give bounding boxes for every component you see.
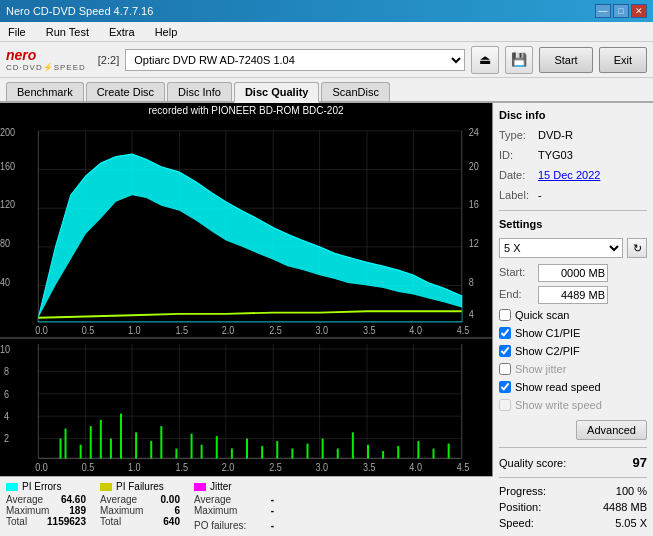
advanced-button[interactable]: Advanced	[576, 420, 647, 440]
drive-select[interactable]: Optiarc DVD RW AD-7240S 1.04	[125, 49, 465, 71]
quick-scan-checkbox[interactable]	[499, 309, 511, 321]
toolbar: nero CD·DVD⚡SPEED [2:2] Optiarc DVD RW A…	[0, 42, 653, 78]
jitter-max-label: Maximum	[194, 505, 237, 516]
show-jitter-label: Show jitter	[515, 363, 566, 375]
tab-create-disc[interactable]: Create Disc	[86, 82, 165, 101]
quality-score-val: 97	[633, 455, 647, 470]
menu-run-test[interactable]: Run Test	[42, 26, 93, 38]
legend-jitter: Jitter Average - Maximum - PO failures: …	[194, 481, 274, 531]
eject-button[interactable]: ⏏	[471, 46, 499, 74]
disc-info-title: Disc info	[499, 109, 647, 121]
title-bar: Nero CD-DVD Speed 4.7.7.16 — □ ✕	[0, 0, 653, 22]
jitter-avg-label: Average	[194, 494, 231, 505]
progress-label: Progress:	[499, 485, 546, 497]
speed-stat-label: Speed:	[499, 517, 534, 529]
jitter-max-val: -	[271, 505, 274, 516]
svg-text:0.5: 0.5	[82, 461, 95, 473]
pi-errors-max-val: 189	[69, 505, 86, 516]
settings-title: Settings	[499, 218, 647, 230]
svg-text:3.0: 3.0	[316, 324, 329, 336]
svg-text:4: 4	[469, 308, 474, 320]
end-mb-label: End:	[499, 286, 534, 304]
position-row: Position: 4488 MB	[499, 501, 647, 513]
drive-bracket-label: [2:2]	[98, 54, 119, 66]
show-write-speed-label: Show write speed	[515, 399, 602, 411]
tab-disc-quality[interactable]: Disc Quality	[234, 82, 320, 103]
close-button[interactable]: ✕	[631, 4, 647, 18]
jitter-label: Jitter	[210, 481, 232, 492]
show-write-speed-row: Show write speed	[499, 399, 647, 411]
tab-scan-disc[interactable]: ScanDisc	[321, 82, 389, 101]
show-c2pif-label: Show C2/PIF	[515, 345, 580, 357]
menu-bar: File Run Test Extra Help	[0, 22, 653, 42]
title-bar-controls[interactable]: — □ ✕	[595, 4, 647, 18]
show-c2pif-row: Show C2/PIF	[499, 345, 647, 357]
tab-disc-info[interactable]: Disc Info	[167, 82, 232, 101]
menu-file[interactable]: File	[4, 26, 30, 38]
quick-scan-label: Quick scan	[515, 309, 569, 321]
jitter-avg-val: -	[271, 494, 274, 505]
position-val: 4488 MB	[603, 501, 647, 513]
show-c1pie-label: Show C1/PIE	[515, 327, 580, 339]
start-mb-input[interactable]	[538, 264, 608, 282]
minimize-button[interactable]: —	[595, 4, 611, 18]
app-title: Nero CD-DVD Speed 4.7.7.16	[6, 5, 153, 17]
svg-text:2.0: 2.0	[222, 461, 235, 473]
svg-text:24: 24	[469, 126, 479, 138]
show-jitter-row: Show jitter	[499, 363, 647, 375]
speed-stat-row: Speed: 5.05 X	[499, 517, 647, 529]
show-c1pie-checkbox[interactable]	[499, 327, 511, 339]
speed-stat-val: 5.05 X	[615, 517, 647, 529]
show-c2pif-checkbox[interactable]	[499, 345, 511, 357]
start-button[interactable]: Start	[539, 47, 592, 73]
id-val: TYG03	[538, 147, 573, 163]
disc-label-val: -	[538, 187, 542, 203]
show-jitter-checkbox[interactable]	[499, 363, 511, 375]
refresh-button[interactable]: ↻	[627, 238, 647, 258]
tab-benchmark[interactable]: Benchmark	[6, 82, 84, 101]
id-label: ID:	[499, 147, 534, 163]
quality-score-row: Quality score: 97	[499, 455, 647, 470]
maximize-button[interactable]: □	[613, 4, 629, 18]
end-mb-row: End:	[499, 286, 647, 304]
end-mb-input[interactable]	[538, 286, 608, 304]
svg-text:40: 40	[0, 276, 10, 288]
menu-extra[interactable]: Extra	[105, 26, 139, 38]
svg-text:2.5: 2.5	[269, 461, 282, 473]
speed-select[interactable]: 5 X	[499, 238, 623, 258]
pi-failures-max-val: 6	[174, 505, 180, 516]
title-bar-title: Nero CD-DVD Speed 4.7.7.16	[6, 5, 153, 17]
right-panel: Disc info Type: DVD-R ID: TYG03 Date: 15…	[493, 103, 653, 535]
svg-text:4.0: 4.0	[409, 461, 422, 473]
chart-title: recorded with PIONEER BD-ROM BDC-202	[0, 103, 492, 118]
tab-bar: Benchmark Create Disc Disc Info Disc Qua…	[0, 78, 653, 103]
svg-text:12: 12	[469, 237, 479, 249]
svg-text:160: 160	[0, 160, 15, 172]
svg-text:4: 4	[4, 410, 9, 422]
legend-pi-failures: PI Failures Average 0.00 Maximum 6 Total…	[100, 481, 180, 531]
save-button[interactable]: 💾	[505, 46, 533, 74]
type-label: Type:	[499, 127, 534, 143]
po-failures-label: PO failures:	[194, 520, 246, 531]
svg-text:4.5: 4.5	[457, 461, 470, 473]
pi-failures-total-label: Total	[100, 516, 121, 527]
divider-2	[499, 447, 647, 448]
pi-errors-avg-label: Average	[6, 494, 43, 505]
show-read-speed-checkbox[interactable]	[499, 381, 511, 393]
pif-chart-svg: 10 8 6 4 2 0.0 0.5 1.0 1.5 2.0 2.5 3.0 3…	[0, 339, 492, 476]
chart-bottom: 10 8 6 4 2 0.0 0.5 1.0 1.5 2.0 2.5 3.0 3…	[0, 339, 492, 476]
menu-help[interactable]: Help	[151, 26, 182, 38]
svg-text:3.5: 3.5	[363, 461, 376, 473]
svg-text:16: 16	[469, 198, 479, 210]
exit-button[interactable]: Exit	[599, 47, 647, 73]
disc-label-label: Label:	[499, 187, 534, 203]
show-write-speed-checkbox[interactable]	[499, 399, 511, 411]
legend: PI Errors Average 64.60 Maximum 189 Tota…	[0, 476, 493, 535]
type-val: DVD-R	[538, 127, 573, 143]
svg-text:3.5: 3.5	[363, 324, 376, 336]
svg-text:8: 8	[4, 365, 9, 377]
pi-failures-label: PI Failures	[116, 481, 164, 492]
divider-3	[499, 477, 647, 478]
progress-val: 100 %	[616, 485, 647, 497]
chart-section: recorded with PIONEER BD-ROM BDC-202	[0, 103, 493, 535]
